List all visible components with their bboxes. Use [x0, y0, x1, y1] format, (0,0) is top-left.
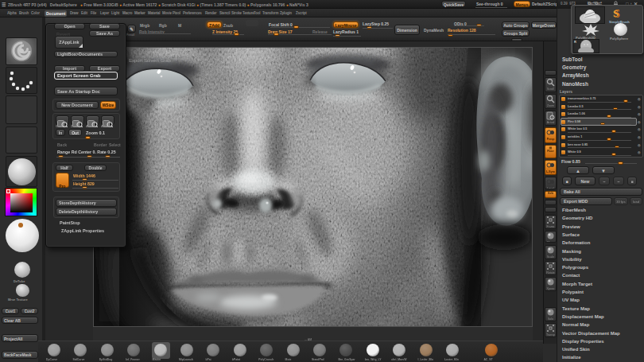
svg-text:Export Screen Grab: Export Screen Grab	[129, 58, 172, 63]
svg-text:S: S	[613, 8, 619, 19]
